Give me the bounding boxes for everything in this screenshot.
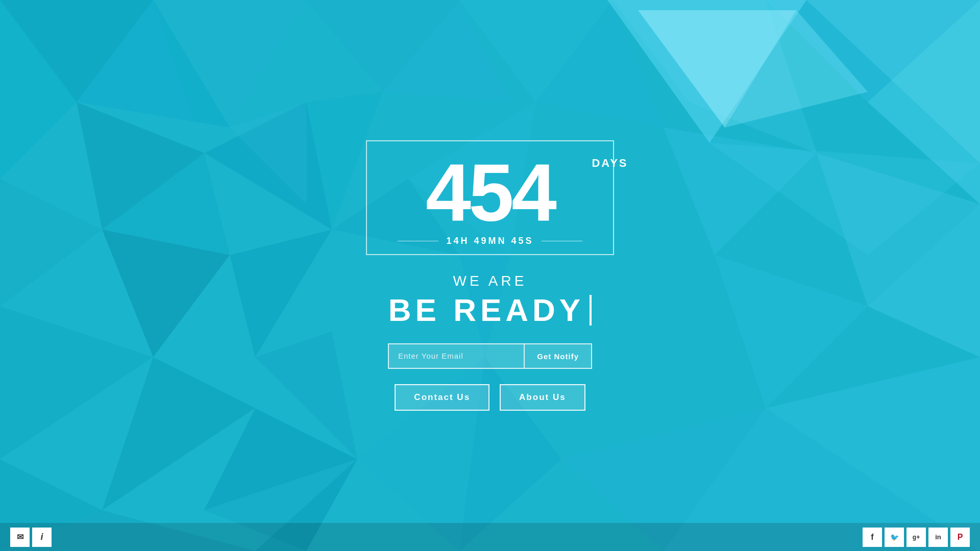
twitter-icon-button[interactable]: 🐦 (885, 528, 904, 547)
bottom-right-icons: f 🐦 g+ in P (863, 528, 970, 547)
twitter-icon: 🐦 (890, 533, 899, 541)
time-line-right (542, 241, 582, 241)
time-text: 14H 49MN 45S (438, 236, 541, 246)
days-label: DAYS (592, 157, 628, 170)
email-icon-button[interactable]: ✉ (10, 528, 30, 547)
days-number: 454 (398, 152, 582, 233)
googleplus-icon-button[interactable]: g+ (906, 528, 926, 547)
email-icon: ✉ (17, 532, 23, 542)
facebook-icon-button[interactable]: f (863, 528, 882, 547)
action-buttons: Contact Us About Us (395, 384, 585, 411)
googleplus-icon: g+ (913, 534, 920, 541)
info-icon: i (40, 532, 43, 542)
email-input[interactable] (388, 343, 525, 369)
countdown-box: DAYS 454 14H 49MN 45S (366, 140, 614, 255)
bottom-bar: ✉ i f 🐦 g+ in P (0, 523, 980, 551)
about-us-button[interactable]: About Us (500, 384, 585, 411)
linkedin-icon-button[interactable]: in (928, 528, 948, 547)
pinterest-icon-button[interactable]: P (950, 528, 970, 547)
be-ready-row: BE READY (388, 292, 592, 328)
time-line-left (398, 241, 438, 241)
main-content: DAYS 454 14H 49MN 45S WE ARE BE READY Ge… (0, 0, 980, 551)
contact-us-button[interactable]: Contact Us (395, 384, 489, 411)
be-ready-label: BE READY (388, 292, 584, 328)
pinterest-icon: P (958, 533, 963, 542)
facebook-icon: f (871, 533, 873, 542)
linkedin-icon: in (935, 533, 941, 541)
get-notify-button[interactable]: Get Notify (525, 343, 592, 369)
we-are-label: WE ARE (453, 273, 527, 289)
email-form: Get Notify (388, 343, 592, 369)
bottom-left-icons: ✉ i (10, 528, 52, 547)
info-icon-button[interactable]: i (32, 528, 52, 547)
cursor-blink (590, 295, 592, 325)
